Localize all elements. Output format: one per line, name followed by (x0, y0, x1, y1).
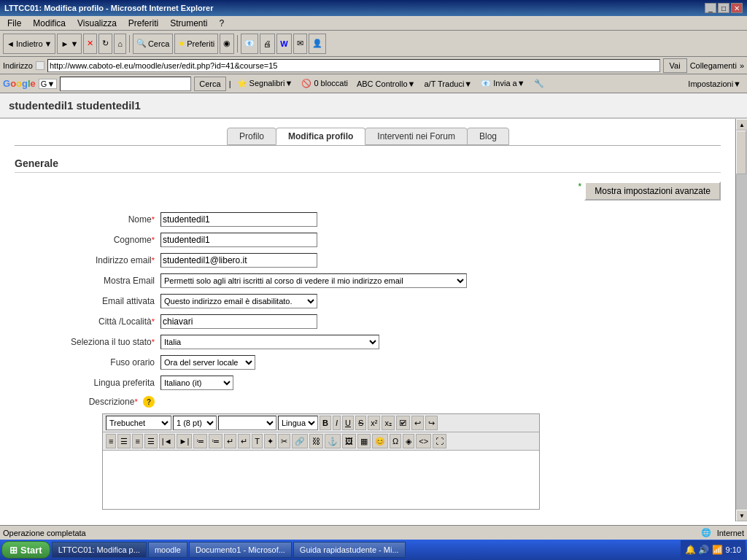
stop-button[interactable]: ✕ (83, 34, 97, 54)
rte-cleanup[interactable]: ✦ (264, 434, 276, 448)
rte-anchor[interactable]: ⚓ (325, 434, 341, 448)
rte-font-size[interactable]: 1 (8 pt) (173, 416, 217, 430)
rte-special-char[interactable]: Ω (390, 434, 401, 448)
tab-profilo[interactable]: Profilo (227, 128, 276, 145)
tab-forum[interactable]: Interventi nei Forum (365, 128, 468, 145)
select-email-attivata[interactable]: Questo indirizzo email è disabilitato. (160, 294, 317, 308)
rte-ordered-list[interactable]: ≔ (209, 434, 222, 448)
go-button[interactable]: Vai (663, 58, 687, 73)
input-citta[interactable] (160, 314, 317, 329)
translate-btn[interactable]: a/T Traduci▼ (422, 79, 476, 88)
input-email[interactable] (160, 253, 317, 268)
minimize-button[interactable]: _ (705, 3, 716, 13)
select-lingua[interactable]: Italiano (it) (160, 376, 233, 390)
menu-modifica[interactable]: Modifica (27, 17, 71, 30)
rte-format[interactable] (218, 416, 276, 430)
search-button[interactable]: 🔍 Cerca (133, 34, 173, 54)
rte-align-right[interactable]: ≡ (132, 434, 142, 448)
select-mostra-email[interactable]: Permetti solo agli altri iscritti al cor… (160, 273, 467, 288)
rte-italic-button[interactable]: I (333, 416, 341, 430)
rte-smiley[interactable]: 😊 (372, 434, 388, 448)
rte-underline-button[interactable]: U (342, 416, 354, 430)
word-button[interactable]: W (276, 34, 291, 54)
forward-button[interactable]: ► ▼ (57, 34, 82, 54)
address-input[interactable] (47, 59, 660, 72)
close-button[interactable]: ✕ (731, 3, 743, 13)
input-nome[interactable] (160, 212, 317, 227)
rte-media[interactable]: ◈ (403, 434, 414, 448)
rte-source[interactable]: <> (416, 434, 431, 448)
rte-bold-button[interactable]: B (320, 416, 331, 430)
print-button[interactable]: 🖨 (260, 34, 275, 54)
rte-format-btn[interactable]: T (252, 434, 263, 448)
google-search-input[interactable] (60, 77, 191, 91)
maximize-button[interactable]: □ (718, 3, 729, 13)
popup-blocker-btn[interactable]: 🚫 0 bloccati (298, 79, 351, 88)
input-cognome[interactable] (160, 233, 317, 247)
rte-cut[interactable]: ✂ (278, 434, 290, 448)
menu-preferiti[interactable]: Preferiti (123, 17, 164, 30)
tabs-container: Profilo Modifica profilo Interventi nei … (0, 119, 735, 145)
scroll-up-button[interactable]: ▲ (736, 119, 747, 131)
menu-file[interactable]: File (1, 17, 27, 30)
rte-language[interactable]: Lingua (278, 416, 318, 430)
links-label: Collegamenti (690, 61, 737, 70)
favorites-button[interactable]: ★ Preferiti (174, 34, 218, 54)
menu-help[interactable]: ? (214, 17, 231, 30)
rte-btn-1[interactable]: 🗹 (396, 416, 410, 430)
mail-icon: ✉ (297, 39, 303, 48)
scrollbar[interactable]: ▲ ▼ (735, 119, 747, 521)
messenger-button[interactable]: 👤 (309, 34, 326, 54)
rte-align-center[interactable]: ☰ (117, 434, 131, 448)
tab-modifica-profilo[interactable]: Modifica profilo (276, 128, 365, 145)
rte-outdent[interactable]: |◄ (159, 434, 175, 448)
history-button[interactable]: 📧 (241, 34, 258, 54)
refresh-button[interactable]: ↻ (98, 34, 112, 54)
field-nome: Nome* (15, 212, 721, 227)
rte-link[interactable]: 🔗 (292, 434, 308, 448)
rte-list-outdent[interactable]: ↵ (238, 434, 250, 448)
google-settings-btn[interactable]: Impostazioni▼ (685, 79, 744, 88)
links-expand-icon[interactable]: » (740, 61, 744, 70)
rte-fullscreen[interactable]: ⛶ (433, 434, 446, 448)
rte-indent[interactable]: ►| (177, 434, 193, 448)
menu-visualizza[interactable]: Visualizza (71, 17, 123, 30)
rte-strikethrough-button[interactable]: S (355, 416, 366, 430)
rte-image[interactable]: 🖼 (342, 434, 356, 448)
rte-content-area[interactable] (103, 451, 539, 509)
history-icon: 📧 (244, 39, 255, 48)
select-stato[interactable]: Italia (160, 335, 379, 349)
mail-button[interactable]: ✉ (293, 34, 307, 54)
google-search-button[interactable]: Cerca (194, 77, 225, 91)
window-controls[interactable]: _ □ ✕ (705, 3, 743, 13)
rte-align-left[interactable]: ≡ (106, 434, 116, 448)
tab-blog[interactable]: Blog (467, 128, 509, 145)
back-button[interactable]: ◄ Indietro ▼ (3, 34, 55, 54)
media-button[interactable]: ◉ (220, 34, 234, 54)
forward-dropdown-icon[interactable]: ▼ (70, 39, 78, 48)
google-settings-icon[interactable]: 🔧 (531, 79, 547, 88)
back-dropdown-icon[interactable]: ▼ (44, 39, 53, 48)
send-btn[interactable]: 📧 Invia a▼ (478, 79, 527, 88)
scroll-track (736, 131, 747, 510)
rte-font-family[interactable]: Trebuchet (106, 416, 171, 430)
select-fuso[interactable]: Ora del server locale (160, 355, 255, 370)
rte-superscript-button[interactable]: x² (368, 416, 380, 430)
menu-strumenti[interactable]: Strumenti (164, 17, 213, 30)
rte-align-justify[interactable]: ☰ (144, 434, 158, 448)
help-icon[interactable]: ? (143, 396, 155, 408)
scroll-down-button[interactable]: ▼ (736, 510, 747, 521)
rte-redo-button[interactable]: ↪ (425, 416, 438, 430)
spellcheck-btn[interactable]: ABC Controllo▼ (354, 79, 419, 88)
rte-undo-button[interactable]: ↩ (411, 416, 424, 430)
bookmarks-btn[interactable]: ⭐ Segnalibri▼ (234, 79, 296, 88)
back-label: Indietro (16, 39, 43, 48)
rte-subscript-button[interactable]: x₂ (382, 416, 395, 430)
advanced-settings-button[interactable]: Mostra impostazioni avanzate (584, 182, 721, 201)
rte-unlink[interactable]: ⛓ (309, 434, 323, 448)
rte-table[interactable]: ▦ (357, 434, 371, 448)
rte-list-indent[interactable]: ↵ (224, 434, 236, 448)
home-button[interactable]: ⌂ (114, 34, 126, 54)
rte-unordered-list[interactable]: ≔ (193, 434, 207, 448)
scroll-thumb[interactable] (736, 131, 746, 174)
